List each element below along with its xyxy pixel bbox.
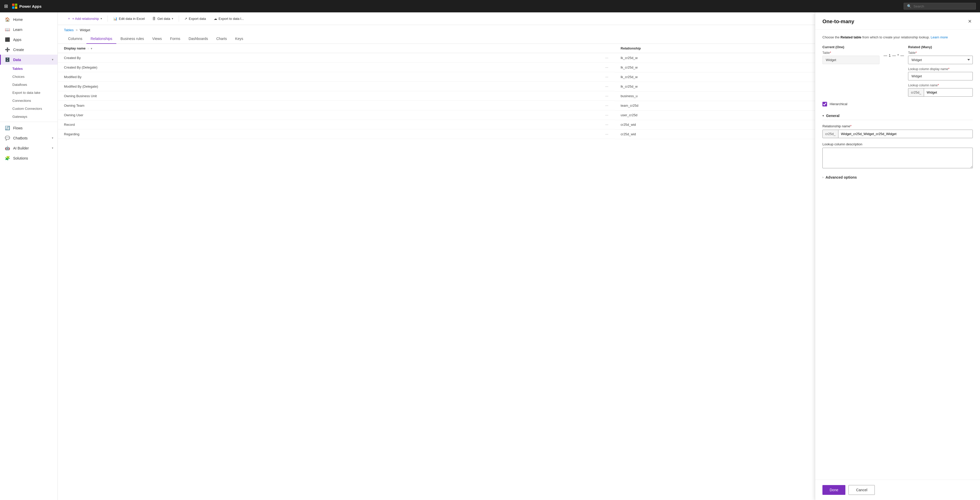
search-bar[interactable]: 🔍 bbox=[904, 3, 976, 10]
tab-forms[interactable]: Forms bbox=[166, 34, 185, 44]
cell-display-name: Owning Team ··· bbox=[58, 101, 614, 110]
main-layout: 🏠 Home 📖 Learn ⬛ Apps ➕ Create 🗄️ Data ▾ bbox=[0, 13, 980, 500]
row-actions-icon[interactable]: ··· bbox=[605, 65, 608, 69]
tab-dashboards[interactable]: Dashboards bbox=[185, 34, 212, 44]
related-column: Related (Many) Table* Widget Lookup colu… bbox=[908, 45, 973, 97]
lookup-display-label: Lookup column display name* bbox=[908, 67, 973, 71]
general-section-header[interactable]: ▾ General bbox=[822, 112, 973, 120]
sidebar-item-learn[interactable]: 📖 Learn bbox=[0, 24, 57, 35]
tab-business-rules[interactable]: Business rules bbox=[116, 34, 148, 44]
hierarchical-row: Hierarchical bbox=[822, 102, 973, 106]
done-button[interactable]: Done bbox=[822, 485, 845, 495]
get-data-button[interactable]: 🗄 Get data ▾ bbox=[149, 15, 177, 22]
hierarchical-checkbox[interactable] bbox=[822, 102, 827, 106]
cell-display-name: Created By (Delegate) ··· bbox=[58, 63, 614, 72]
sidebar-sub-custom-connectors[interactable]: Custom Connectors bbox=[13, 105, 57, 113]
sidebar-sub-gateways[interactable]: Gateways bbox=[13, 113, 57, 121]
cancel-button[interactable]: Cancel bbox=[848, 485, 875, 495]
get-data-dropdown-icon: ▾ bbox=[172, 17, 173, 21]
app-brand: Power Apps bbox=[19, 4, 41, 8]
tab-views[interactable]: Views bbox=[148, 34, 166, 44]
logo-squares bbox=[12, 3, 17, 9]
sidebar-item-home[interactable]: 🏠 Home bbox=[0, 14, 57, 24]
sidebar-sub-tables[interactable]: Tables bbox=[13, 65, 57, 73]
grid-icon[interactable]: ⊞ bbox=[4, 3, 8, 9]
row-actions-icon[interactable]: ··· bbox=[605, 84, 608, 88]
sidebar-item-label-home: Home bbox=[13, 17, 23, 22]
sidebar-sub-export[interactable]: Export to data lake bbox=[13, 89, 57, 97]
sidebar-nav: 🏠 Home 📖 Learn ⬛ Apps ➕ Create 🗄️ Data ▾ bbox=[0, 13, 57, 165]
connector-right-dash: — bbox=[900, 53, 904, 57]
export-lake-icon: ☁ bbox=[214, 17, 217, 21]
tab-relationships[interactable]: Relationships bbox=[86, 34, 116, 44]
sidebar-item-create[interactable]: ➕ Create bbox=[0, 44, 57, 55]
sidebar-sub-choices[interactable]: Choices bbox=[13, 73, 57, 81]
sidebar-item-data[interactable]: 🗄️ Data ▾ bbox=[0, 55, 57, 65]
current-table-value: Widget bbox=[822, 56, 880, 64]
advanced-options-toggle[interactable]: › Advanced options bbox=[822, 173, 973, 181]
get-data-label: Get data bbox=[158, 17, 170, 21]
relationship-name-row: Relationship name* cr25d_ bbox=[822, 124, 973, 138]
panel-header: One-to-many ✕ bbox=[815, 13, 980, 30]
sidebar-sub-dataflows[interactable]: Dataflows bbox=[13, 81, 57, 89]
export-data-button[interactable]: ↗ Export data bbox=[181, 15, 209, 22]
search-input[interactable] bbox=[913, 5, 972, 8]
cell-display-name: Owning Business Unit ··· bbox=[58, 91, 614, 101]
panel-close-button[interactable]: ✕ bbox=[967, 17, 973, 25]
tab-charts[interactable]: Charts bbox=[212, 34, 231, 44]
general-chevron-icon: ▾ bbox=[822, 114, 824, 117]
topbar: ⊞ Power Apps 🔍 bbox=[0, 0, 980, 13]
row-actions-icon[interactable]: ··· bbox=[605, 56, 608, 60]
sidebar-item-ai-builder[interactable]: 🤖 AI Builder ▾ bbox=[0, 143, 57, 153]
breadcrumb-tables-link[interactable]: Tables bbox=[64, 28, 74, 32]
relationship-name-field: cr25d_ bbox=[822, 130, 973, 138]
tab-columns[interactable]: Columns bbox=[64, 34, 86, 44]
lookup-display-input[interactable] bbox=[908, 72, 973, 80]
connector: — 1 — * — bbox=[883, 45, 904, 57]
col-display-name[interactable]: Display name ↑ ▾ bbox=[58, 44, 614, 53]
add-relationship-button[interactable]: ＋ + Add relationship ▾ bbox=[64, 14, 105, 23]
panel-title: One-to-many bbox=[822, 19, 854, 24]
right-panel: One-to-many ✕ Choose the Related table f… bbox=[815, 13, 980, 500]
cell-display-name: Modified By ··· bbox=[58, 72, 614, 82]
sidebar: 🏠 Home 📖 Learn ⬛ Apps ➕ Create 🗄️ Data ▾ bbox=[0, 13, 58, 500]
sidebar-item-chatbots[interactable]: 💬 Chatbots ▾ bbox=[0, 133, 57, 143]
data-expand-icon: ▾ bbox=[52, 58, 53, 61]
content-area: ＋ + Add relationship ▾ 📊 Edit data in Ex… bbox=[58, 13, 980, 500]
learn-icon: 📖 bbox=[5, 27, 10, 32]
export-lake-label: Export to data l... bbox=[219, 17, 244, 21]
sidebar-sub-connections[interactable]: Connections bbox=[13, 97, 57, 105]
sidebar-item-apps[interactable]: ⬛ Apps bbox=[0, 35, 57, 44]
row-actions-icon[interactable]: ··· bbox=[605, 103, 608, 108]
microsoft-logo: Power Apps bbox=[12, 3, 41, 9]
lookup-name-input[interactable] bbox=[924, 88, 972, 97]
lookup-name-label: Lookup column name* bbox=[908, 84, 973, 87]
cell-display-name: Created By ··· bbox=[58, 53, 614, 63]
ai-builder-icon: 🤖 bbox=[5, 146, 10, 151]
learn-more-link[interactable]: Learn more bbox=[931, 35, 948, 39]
row-actions-icon[interactable]: ··· bbox=[605, 122, 608, 127]
cell-display-name: Modified By (Delegate) ··· bbox=[58, 82, 614, 91]
relationship-name-input[interactable] bbox=[838, 130, 972, 138]
create-icon: ➕ bbox=[5, 47, 10, 52]
export-data-lake-button[interactable]: ☁ Export to data l... bbox=[210, 15, 247, 22]
related-table-select[interactable]: Widget bbox=[908, 56, 973, 64]
edit-excel-button[interactable]: 📊 Edit data in Excel bbox=[110, 15, 148, 22]
lookup-desc-textarea[interactable] bbox=[822, 148, 973, 168]
home-icon: 🏠 bbox=[5, 17, 10, 22]
sidebar-item-flows[interactable]: 🔄 Flows bbox=[0, 123, 57, 133]
tab-keys[interactable]: Keys bbox=[231, 34, 247, 44]
row-actions-icon[interactable]: ··· bbox=[605, 94, 608, 98]
advanced-chevron-icon: › bbox=[822, 176, 824, 179]
sidebar-item-solutions[interactable]: 🧩 Solutions bbox=[0, 153, 57, 163]
lookup-desc-row: Lookup column description bbox=[822, 142, 973, 169]
cell-display-name: Regarding ··· bbox=[58, 129, 614, 139]
connector-number: 1 bbox=[889, 53, 891, 57]
row-actions-icon[interactable]: ··· bbox=[605, 75, 608, 79]
connector-star: * bbox=[897, 53, 899, 57]
data-icon: 🗄️ bbox=[5, 57, 10, 62]
row-actions-icon[interactable]: ··· bbox=[605, 113, 608, 117]
row-actions-icon[interactable]: ··· bbox=[605, 132, 608, 136]
current-table-label: Table* bbox=[822, 51, 880, 55]
lookup-name-prefix: cr25d_ bbox=[908, 88, 924, 97]
